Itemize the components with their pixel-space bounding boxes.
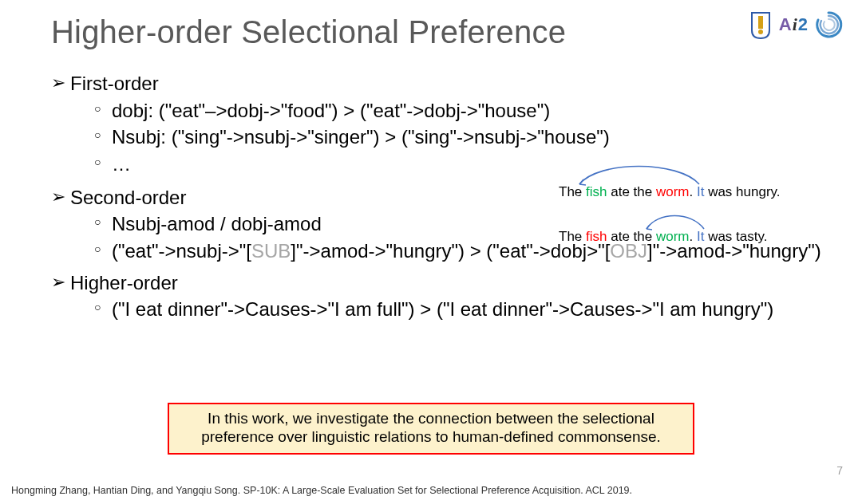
- circle-bullet-icon: ○: [94, 98, 112, 120]
- circle-bullet-icon: ○: [94, 124, 112, 146]
- arrow-bullet-icon: ➢: [51, 270, 70, 295]
- coref-examples: The fish ate the worm. It was hungry. Th…: [559, 183, 781, 246]
- citation-footer: Hongming Zhang, Hantian Ding, and Yangqi…: [11, 485, 632, 496]
- word-fish: fish: [586, 229, 607, 244]
- word-it: It: [697, 229, 704, 244]
- slide: Higher-order Selectional Preference Ai2 …: [0, 0, 862, 504]
- circle-bullet-icon: ○: [94, 238, 112, 260]
- circle-bullet-icon: ○: [94, 152, 112, 173]
- word-worm: worm: [656, 184, 690, 199]
- example-row-1: The fish ate the worm. It was hungry.: [559, 183, 781, 202]
- word-worm: worm: [656, 229, 690, 244]
- page-number: 7: [836, 464, 843, 477]
- logo-row: Ai2: [749, 10, 843, 40]
- circle-bullet-icon: ○: [94, 297, 112, 318]
- word-it: It: [697, 184, 704, 199]
- subbullet: ○ Nsubj: ("sing"->nsubj->"singer") > ("s…: [94, 124, 830, 150]
- bullet-higher-order: ➢ Higher-order: [51, 270, 830, 296]
- bullet-first-order: ➢ First-order: [51, 71, 830, 96]
- example-row-2: The fish ate the worm. It was tasty.: [559, 227, 781, 246]
- svg-point-1: [758, 30, 763, 34]
- ai2-logo-icon: Ai2: [779, 14, 808, 35]
- subbullet: ○ ("I eat dinner"->Causes->"I am full") …: [94, 297, 830, 322]
- arrow-bullet-icon: ➢: [51, 71, 70, 96]
- arrow-bullet-icon: ➢: [51, 185, 70, 210]
- coref-arc-icon: [642, 215, 714, 230]
- word-fish: fish: [586, 184, 607, 199]
- hkust-logo-icon: [749, 10, 773, 40]
- subbullet: ○ dobj: ("eat"–>dobj->"food") > ("eat"->…: [94, 98, 830, 124]
- swirl-logo-icon: [814, 10, 843, 39]
- slide-title: Higher-order Selectional Preference: [51, 14, 830, 50]
- svg-rect-0: [758, 16, 763, 29]
- circle-bullet-icon: ○: [94, 211, 112, 233]
- highlight-callout: In this work, we investigate the connect…: [168, 403, 694, 455]
- subbullet: ○ …: [94, 152, 830, 177]
- content-area: ➢ First-order ○ dobj: ("eat"–>dobj->"foo…: [51, 71, 830, 322]
